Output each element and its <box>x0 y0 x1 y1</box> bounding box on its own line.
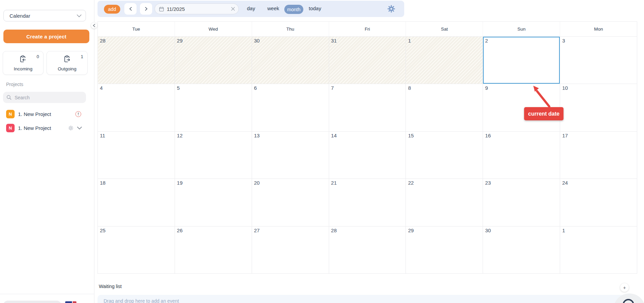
next-period-button[interactable] <box>140 3 152 15</box>
calendar-cell[interactable]: 26 <box>175 226 252 273</box>
calendar-cell[interactable]: 19 <box>175 179 252 226</box>
view-week-button[interactable]: week <box>267 5 279 11</box>
calendar-cell[interactable]: 28 <box>98 37 175 84</box>
date-number: 2 <box>485 38 488 44</box>
date-number: 1 <box>408 38 411 44</box>
project-search[interactable] <box>3 92 86 103</box>
calendar-icon <box>159 6 164 12</box>
search-input[interactable] <box>15 95 72 100</box>
settings-gear-icon[interactable] <box>387 5 395 13</box>
calendar-cell[interactable]: 1 <box>560 226 637 273</box>
calendar-cell[interactable]: 6 <box>252 84 329 131</box>
date-number: 30 <box>485 228 491 233</box>
calendar-cell[interactable]: 18 <box>98 179 175 226</box>
calendar-cell[interactable]: 31 <box>329 37 406 84</box>
project-expand-chevron-icon[interactable] <box>77 127 82 130</box>
date-input[interactable] <box>167 6 218 12</box>
date-number: 20 <box>254 180 260 186</box>
chevron-left-icon <box>129 7 132 11</box>
date-number: 25 <box>100 228 106 233</box>
calendar-cell[interactable]: 20 <box>252 179 329 226</box>
calendar-cell[interactable]: 22 <box>406 179 483 226</box>
day-header-wed: Wed <box>175 22 252 36</box>
calendar-cell[interactable]: 13 <box>252 132 329 179</box>
calendar-cell[interactable]: 24 <box>560 179 637 226</box>
date-number: 19 <box>177 180 183 186</box>
search-icon <box>6 95 12 100</box>
calendar-cell[interactable]: 28 <box>329 226 406 273</box>
outgoing-count: 1 <box>81 54 83 59</box>
calendar-cell[interactable]: 15 <box>406 132 483 179</box>
date-number: 4 <box>100 85 103 91</box>
calendar-cell[interactable]: 1 <box>406 37 483 84</box>
incoming-card[interactable]: 0 Incoming <box>3 51 43 75</box>
calendar-cell[interactable]: 12 <box>175 132 252 179</box>
date-picker[interactable] <box>155 3 239 14</box>
calendar-cell[interactable]: 4 <box>98 84 175 131</box>
date-number: 26 <box>177 228 183 233</box>
date-number: 11 <box>100 133 105 138</box>
date-number: 12 <box>177 133 183 138</box>
project-settings-gear-icon[interactable] <box>68 125 74 131</box>
calendar-cell[interactable]: 30 <box>483 226 560 273</box>
sidebar-collapse-button[interactable] <box>91 22 97 29</box>
date-number: 28 <box>331 228 337 233</box>
calendar-cell[interactable]: 10 <box>560 84 637 131</box>
week-row: 2526272829301 <box>98 226 637 273</box>
date-number: 1 <box>562 228 565 233</box>
project-name: 1. New Project <box>18 125 68 131</box>
waiting-list-dropzone[interactable]: Drag and drop here to add an event <box>97 295 639 303</box>
clear-date-icon[interactable] <box>231 7 235 11</box>
calendar-cell[interactable]: 30 <box>252 37 329 84</box>
language-flag-icon[interactable] <box>65 301 76 303</box>
chevron-right-icon <box>145 7 148 11</box>
day-header-mon: Mon <box>560 22 637 36</box>
alert-icon: ! <box>75 111 81 117</box>
project-row[interactable]: N 1. New Project <box>3 122 86 134</box>
outgoing-card[interactable]: 1 Outgoing <box>47 51 88 75</box>
project-avatar: N <box>6 124 15 132</box>
calendar-cell[interactable]: 11 <box>98 132 175 179</box>
prev-period-button[interactable] <box>124 3 137 15</box>
calendar-cell[interactable]: 17 <box>560 132 637 179</box>
day-header-row: TueWedThuFriSatSunMon <box>98 22 637 37</box>
date-number: 31 <box>331 38 337 44</box>
date-number: 28 <box>100 38 106 44</box>
workspace-select[interactable]: Calendar <box>3 10 86 21</box>
calendar-cell[interactable]: 23 <box>483 179 560 226</box>
month-grid: TueWedThuFriSatSunMon 282930311234567891… <box>97 21 637 274</box>
date-number: 8 <box>408 85 411 91</box>
project-name: 1. New Project <box>18 111 75 117</box>
calendar-cell[interactable]: 8 <box>406 84 483 131</box>
calendar-cell[interactable]: 27 <box>252 226 329 273</box>
calendar-cell[interactable]: 29 <box>406 226 483 273</box>
calendar-cell[interactable]: 25 <box>98 226 175 273</box>
profile-pill[interactable] <box>3 301 61 303</box>
add-event-button[interactable]: add <box>104 5 120 14</box>
day-header-tue: Tue <box>98 22 175 36</box>
project-row[interactable]: N 1. New Project ! <box>3 108 86 120</box>
calendar-cell[interactable]: 29 <box>175 37 252 84</box>
calendar-cell-today[interactable]: 2 <box>483 37 560 84</box>
view-month-button-active[interactable]: month <box>284 5 303 14</box>
clipboard-arrow-out-icon <box>63 55 72 65</box>
calendar-cell[interactable]: 7 <box>329 84 406 131</box>
calendar-cell[interactable]: 14 <box>329 132 406 179</box>
clipboard-arrow-in-icon <box>19 55 28 65</box>
create-project-button[interactable]: Create a project <box>3 30 89 43</box>
date-number: 5 <box>177 85 180 91</box>
calendar-cell[interactable]: 3 <box>560 37 637 84</box>
calendar-cell[interactable]: 21 <box>329 179 406 226</box>
date-number: 21 <box>331 180 337 186</box>
day-header-sun: Sun <box>483 22 560 36</box>
incoming-label: Incoming <box>3 66 43 71</box>
calendar-cell[interactable]: 16 <box>483 132 560 179</box>
date-number: 18 <box>100 180 106 186</box>
view-day-button[interactable]: day <box>247 5 255 11</box>
view-today-button[interactable]: today <box>309 5 321 11</box>
dropzone-text: Drag and drop here to add an event <box>104 298 179 303</box>
flag-part <box>73 301 76 303</box>
waiting-list-add-button[interactable]: + <box>620 283 629 292</box>
calendar-cell[interactable]: 5 <box>175 84 252 131</box>
sidebar-divider <box>0 294 94 294</box>
